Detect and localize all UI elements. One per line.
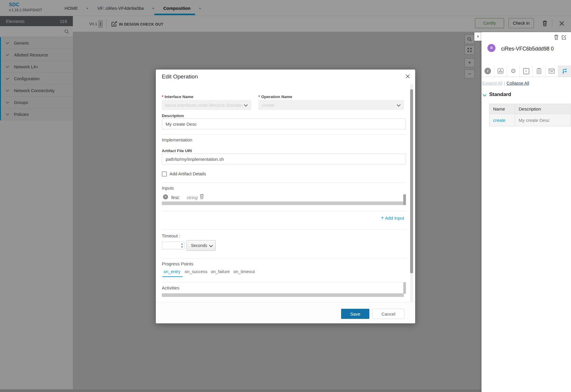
activities-vertical-scrollbar[interactable] — [403, 282, 406, 294]
chevron-down-icon — [397, 103, 401, 107]
cancel-button[interactable]: Cancel — [372, 309, 404, 319]
input-row-type: string — [187, 195, 198, 200]
info-circle-icon[interactable]: i — [481, 65, 494, 77]
inputs-horizontal-scrollbar[interactable] — [162, 201, 404, 205]
add-input-link[interactable]: +Add Input — [381, 215, 404, 221]
progress-points-heading: Progress Points — [162, 261, 193, 266]
section-divider — [162, 211, 406, 211]
tab-on-entry[interactable]: on_entry — [164, 269, 180, 274]
tab-on-failure[interactable]: on_failure — [211, 269, 230, 274]
timeout-unit-value: Seconds — [191, 243, 207, 248]
interface-name-label: *Interface Name — [162, 95, 193, 99]
operations-branch-icon[interactable] — [558, 65, 571, 77]
edit-operation-modal: Edit Operation *Interface Name *Operatio… — [156, 70, 415, 323]
artifact-file-uri-input[interactable] — [162, 154, 406, 164]
timeout-label: Timeout : — [162, 233, 180, 238]
information-square-icon[interactable]: i — [520, 65, 533, 77]
delete-input-icon[interactable] — [199, 194, 204, 199]
input-row-name: first: — [171, 195, 180, 200]
chevron-down-icon — [244, 103, 248, 107]
plus-icon: + — [381, 215, 384, 221]
table-header-row: Name Description — [490, 104, 570, 114]
operation-name-value: create — [262, 103, 274, 108]
modal-scrollbar-thumb[interactable] — [410, 89, 413, 273]
operation-create-link[interactable]: create — [493, 118, 506, 123]
section-divider — [162, 229, 406, 229]
component-title: ciRes-VFC6b5ddd98 0 — [501, 46, 554, 52]
section-divider — [162, 134, 406, 135]
add-artifact-details-checkbox[interactable] — [162, 171, 167, 177]
edit-component-icon[interactable] — [561, 34, 567, 40]
inputs-heading: Inputs — [162, 185, 174, 191]
modal-close-icon[interactable] — [405, 74, 412, 80]
table-row: create My create Desc — [490, 114, 570, 126]
operation-description: My create Desc — [519, 118, 550, 123]
chevron-down-icon[interactable] — [483, 93, 487, 97]
operation-name-select[interactable]: create — [258, 100, 404, 110]
spinner-down-icon[interactable] — [181, 246, 183, 248]
expand-all-link[interactable]: Expand All — [482, 81, 503, 86]
component-details-panel: R ciRes-VFC6b5ddd98 0 i ⚙ i Expand All|C… — [481, 32, 571, 392]
add-artifact-details-label: Add Artifact Details — [170, 171, 206, 176]
timeout-field — [162, 242, 184, 249]
modal-footer: Save Cancel — [156, 302, 415, 323]
activities-horizontal-scrollbar[interactable] — [162, 293, 404, 297]
artifact-file-uri-label: Artifact File URI — [162, 149, 192, 153]
chevron-right-icon: › — [477, 33, 479, 39]
timeout-unit-select[interactable]: Seconds — [186, 240, 216, 251]
active-progress-tab-underline — [162, 276, 183, 277]
delete-component-icon[interactable] — [554, 34, 559, 40]
save-button[interactable]: Save — [341, 309, 369, 319]
deployment-box-icon[interactable] — [545, 65, 558, 77]
implementation-heading: Implementation — [162, 137, 192, 142]
tab-on-timeout[interactable]: on_timeout — [233, 269, 255, 274]
clipboard-icon[interactable] — [533, 65, 545, 77]
column-header-name: Name — [490, 104, 515, 114]
section-divider — [162, 282, 406, 282]
operation-name-label: *Operation Name — [258, 95, 292, 99]
interface-name-value: tosca.interfaces.node.lifecycle.Standard — [165, 103, 242, 108]
chevron-down-icon — [209, 243, 213, 247]
description-label: Description — [162, 114, 184, 118]
modal-title: Edit Operation — [162, 73, 198, 80]
links-divider: | — [503, 81, 507, 86]
description-input[interactable] — [162, 119, 406, 129]
activities-heading: Activities — [162, 285, 179, 290]
panel-tab-bar: i ⚙ i — [481, 65, 571, 77]
composition-box-icon[interactable] — [494, 65, 507, 77]
collapse-all-link[interactable]: Collapse All — [506, 81, 529, 86]
interface-section-title: Standard — [489, 92, 511, 97]
avatar: R — [487, 44, 495, 52]
operations-table: Name Description create My create Desc — [489, 104, 571, 126]
inputs-vertical-scrollbar[interactable] — [403, 194, 406, 205]
interface-name-select[interactable]: tosca.interfaces.node.lifecycle.Standard — [162, 100, 251, 110]
spinner-up-icon[interactable] — [181, 243, 183, 245]
settings-gear-icon[interactable]: ⚙ — [507, 65, 520, 77]
column-header-description: Description — [515, 104, 570, 114]
section-divider — [162, 182, 406, 183]
panel-collapse-button[interactable]: › — [474, 32, 481, 41]
section-divider — [162, 258, 406, 259]
tree-controls: Expand All|Collapse All — [482, 81, 529, 86]
timeout-input[interactable] — [162, 242, 179, 249]
tab-on-success[interactable]: on_success — [185, 269, 208, 274]
app-root: SDC v.1.16.1-SNAPSHOT HOME ▸ VF: ciRes-V… — [0, 0, 571, 392]
expand-input-icon[interactable]: + — [163, 194, 168, 199]
